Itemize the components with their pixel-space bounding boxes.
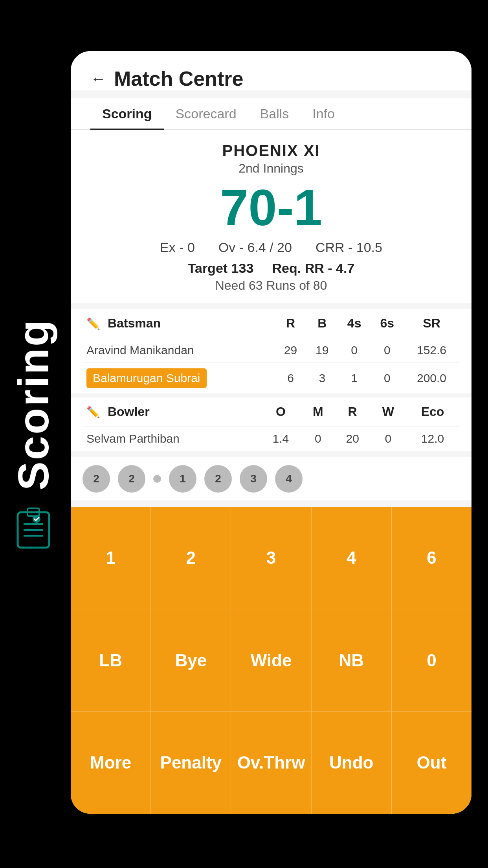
score-btn-nb[interactable]: NB bbox=[312, 609, 392, 712]
batsman-2-6s: 0 bbox=[371, 363, 404, 394]
batsman-2-highlight-badge: Balamurugan Subrai bbox=[86, 368, 207, 388]
score-meta: Ex - 0 Ov - 6.4 / 20 CRR - 10.5 bbox=[90, 240, 452, 255]
score-btn-penalty[interactable]: Penalty bbox=[151, 712, 231, 814]
bowler-1-m: 0 bbox=[302, 427, 334, 451]
bowler-1-w: 0 bbox=[371, 427, 405, 451]
header: ← Match Centre bbox=[71, 51, 471, 90]
batsman-row-2: Balamurugan Subrai 6 3 1 0 200.0 bbox=[83, 363, 460, 394]
batsmen-section: ✏️ Batsman R B 4s 6s SR Aravind Manikand… bbox=[71, 309, 471, 394]
clipboard-icon bbox=[14, 506, 53, 550]
scoring-pad: 1 2 3 4 6 LB Bye Wide NB 0 More Penalty … bbox=[71, 507, 471, 814]
tab-balls[interactable]: Balls bbox=[248, 98, 301, 129]
page-title: Match Centre bbox=[114, 67, 243, 90]
target-label: Target 133 bbox=[188, 261, 254, 276]
score-btn-1[interactable]: 1 bbox=[71, 507, 151, 609]
batsman-1-r: 29 bbox=[275, 338, 306, 363]
crr-label: CRR - 10.5 bbox=[316, 240, 382, 255]
batsman-1-4s: 0 bbox=[338, 338, 371, 363]
scoring-vertical-text: Scoring bbox=[12, 318, 55, 491]
bowler-header-w: W bbox=[371, 397, 405, 427]
batsman-header-r: R bbox=[275, 309, 306, 338]
ball-5: 3 bbox=[240, 465, 267, 493]
overs-label: Ov - 6.4 / 20 bbox=[218, 240, 292, 255]
bowler-header-name: Bowler bbox=[108, 405, 150, 419]
bowler-1-r: 20 bbox=[334, 427, 371, 451]
tab-scorecard[interactable]: Scorecard bbox=[164, 98, 248, 129]
ball-1: 2 bbox=[118, 465, 145, 493]
bowler-1-eco: 12.0 bbox=[405, 427, 460, 451]
batsman-1-6s: 0 bbox=[371, 338, 404, 363]
batsman-1-b: 19 bbox=[306, 338, 338, 363]
back-button[interactable]: ← bbox=[90, 70, 106, 88]
main-card: ← Match Centre Scoring Scorecard Balls I… bbox=[71, 51, 471, 814]
batsmen-table: ✏️ Batsman R B 4s 6s SR Aravind Manikand… bbox=[83, 309, 460, 394]
score-btn-ovthrw[interactable]: Ov.Thrw bbox=[231, 712, 311, 814]
ball-4: 2 bbox=[204, 465, 232, 493]
scoring-row-2: LB Bye Wide NB 0 bbox=[71, 609, 471, 712]
extras-label: Ex - 0 bbox=[160, 240, 195, 255]
target-row: Target 133 Req. RR - 4.7 bbox=[90, 261, 452, 276]
bowler-row-1: Selvam Parthiban 1.4 0 20 0 12.0 bbox=[83, 427, 460, 451]
scoring-row-3: More Penalty Ov.Thrw Undo Out bbox=[71, 712, 471, 814]
batsman-header-4s: 4s bbox=[338, 309, 371, 338]
score-btn-more[interactable]: More bbox=[71, 712, 151, 814]
edit-batsman-icon[interactable]: ✏️ bbox=[86, 318, 100, 330]
batsman-header-name: Batsman bbox=[108, 316, 161, 330]
batsman-header-6s: 6s bbox=[371, 309, 404, 338]
bowler-header-eco: Eco bbox=[405, 397, 460, 427]
batsman-2-b: 3 bbox=[306, 363, 338, 394]
batsman-2-sr: 200.0 bbox=[404, 363, 460, 394]
score-btn-6[interactable]: 6 bbox=[392, 507, 471, 609]
batsman-2-r: 6 bbox=[275, 363, 306, 394]
batsman-2-name: Balamurugan Subrai bbox=[83, 363, 275, 394]
team-name: PHOENIX XI bbox=[90, 142, 452, 160]
side-label: Scoring bbox=[0, 0, 67, 868]
score-btn-2[interactable]: 2 bbox=[151, 507, 231, 609]
tabs-bar: Scoring Scorecard Balls Info bbox=[71, 98, 471, 130]
score-btn-wide[interactable]: Wide bbox=[231, 609, 311, 712]
need-label: Need 63 Runs of 80 bbox=[90, 278, 452, 293]
batsman-header-sr: SR bbox=[404, 309, 460, 338]
tab-scoring[interactable]: Scoring bbox=[90, 98, 164, 129]
ball-3: 1 bbox=[169, 465, 196, 493]
batsman-1-sr: 152.6 bbox=[404, 338, 460, 363]
batsman-header-b: B bbox=[306, 309, 338, 338]
tab-info[interactable]: Info bbox=[301, 98, 347, 129]
batsman-2-4s: 1 bbox=[338, 363, 371, 394]
bowler-header-r: R bbox=[334, 397, 371, 427]
score-btn-undo[interactable]: Undo bbox=[312, 712, 392, 814]
ball-0: 2 bbox=[83, 465, 110, 493]
score-btn-0[interactable]: 0 bbox=[392, 609, 471, 712]
bowler-1-name: Selvam Parthiban bbox=[83, 427, 259, 451]
score-btn-out[interactable]: Out bbox=[392, 712, 471, 814]
bowler-header-m: M bbox=[302, 397, 334, 427]
score-display: 70-1 bbox=[90, 180, 452, 236]
bowler-table: ✏️ Bowler O M R W Eco Selvam Parthiban 1… bbox=[83, 397, 460, 451]
score-btn-bye[interactable]: Bye bbox=[151, 609, 231, 712]
score-btn-4[interactable]: 4 bbox=[312, 507, 392, 609]
bowler-section: ✏️ Bowler O M R W Eco Selvam Parthiban 1… bbox=[71, 397, 471, 451]
batsman-row-1: Aravind Manikandan 29 19 0 0 152.6 bbox=[83, 338, 460, 363]
bowler-1-o: 1.4 bbox=[259, 427, 302, 451]
req-rr-label: Req. RR - 4.7 bbox=[272, 261, 355, 276]
scoring-row-1: 1 2 3 4 6 bbox=[71, 507, 471, 609]
innings-label: 2nd Innings bbox=[90, 161, 452, 176]
score-btn-3[interactable]: 3 bbox=[231, 507, 311, 609]
ball-tracker: 221234 bbox=[71, 457, 471, 500]
edit-bowler-icon[interactable]: ✏️ bbox=[86, 406, 100, 418]
score-btn-lb[interactable]: LB bbox=[71, 609, 151, 712]
batsman-1-name: Aravind Manikandan bbox=[83, 338, 275, 363]
scoreboard: PHOENIX XI 2nd Innings 70-1 Ex - 0 Ov - … bbox=[71, 130, 471, 303]
ball-6: 4 bbox=[275, 465, 303, 493]
bowler-header-o: O bbox=[259, 397, 302, 427]
ball-separator bbox=[153, 475, 161, 483]
